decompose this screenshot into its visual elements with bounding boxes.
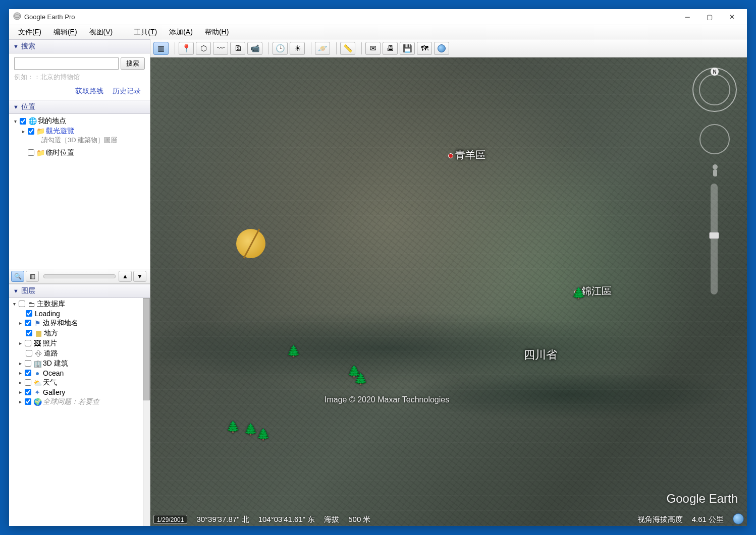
historical-imagery-button[interactable]: 🕒 (273, 42, 288, 55)
menu-tools[interactable]: 工具(T) (128, 26, 163, 39)
tree-row-global-issues[interactable]: ▸ 🌍 全球问题：若要查 (11, 397, 148, 407)
add-image-overlay-button[interactable]: 🖻 (230, 42, 245, 55)
panel-view-button[interactable]: ▥ (26, 271, 39, 282)
map-viewport[interactable]: 青羊區 錦江區 四川省 🌲 🌲 🌲 🌲 🌲 🌲 🌲 Image © 2020 M… (150, 57, 747, 526)
expand-arrow-icon[interactable]: ▸ (17, 399, 23, 404)
expand-arrow-icon[interactable]: ▸ (17, 320, 23, 326)
checkbox-borders[interactable] (25, 320, 31, 326)
tree-poi-icon[interactable]: 🌲 (572, 287, 585, 300)
menu-add[interactable]: 添加(A) (163, 26, 199, 39)
ruler-button[interactable]: 📏 (340, 42, 355, 55)
compass-north-icon[interactable]: N (711, 68, 719, 76)
tree-poi-icon[interactable]: 🌲 (256, 428, 270, 441)
window-minimize-button[interactable]: ─ (676, 13, 698, 21)
search-places-button[interactable]: 🔍 (11, 271, 24, 282)
pan-control[interactable] (699, 124, 730, 154)
add-polygon-button[interactable]: ⬡ (196, 42, 211, 55)
checkbox-global-issues[interactable] (25, 398, 31, 405)
tree-poi-icon[interactable]: 🌲 (287, 345, 300, 358)
expand-arrow-icon[interactable]: ▸ (17, 340, 23, 346)
print-button[interactable]: 🖶 (383, 42, 398, 55)
move-down-button[interactable]: ▼ (133, 271, 146, 282)
window-close-button[interactable]: ✕ (721, 13, 743, 21)
tree-row-borders[interactable]: ▸ ⚑ 边界和地名 (11, 318, 148, 328)
checkbox-photos[interactable] (25, 340, 31, 346)
zoom-thumb[interactable] (709, 232, 719, 239)
search-button[interactable]: 搜索 (121, 57, 145, 70)
expand-arrow-icon[interactable]: ▸ (17, 380, 23, 385)
checkbox-my-places[interactable] (20, 118, 26, 125)
map-label-qingyang[interactable]: 青羊區 (448, 148, 485, 162)
menu-file[interactable]: 文件(F) (12, 26, 47, 39)
history-link[interactable]: 历史记录 (113, 87, 141, 96)
triangle-down-icon: ▼ (13, 288, 19, 294)
compass-control[interactable]: N (692, 68, 737, 112)
add-placemark-button[interactable]: 📍 (179, 42, 194, 55)
expand-arrow-icon[interactable]: ▾ (11, 301, 17, 307)
menu-edit[interactable]: 编辑(E) (47, 26, 83, 39)
tree-row-3d-buildings[interactable]: ▸ 🏢 3D 建筑 (11, 359, 148, 369)
move-up-button[interactable]: ▲ (119, 271, 132, 282)
planet-button[interactable]: 🪐 (315, 42, 330, 55)
tree-row-photos[interactable]: ▸ 🖼 照片 (11, 338, 148, 348)
checkbox-3d-buildings[interactable] (25, 360, 31, 367)
globe-reset-button[interactable] (434, 42, 449, 55)
opacity-slider[interactable] (43, 274, 116, 278)
email-button[interactable]: ✉ (365, 42, 381, 55)
tree-row-roads[interactable]: ⛗ 道路 (11, 348, 148, 359)
tree-row-ocean[interactable]: ▸ ● Ocean (11, 369, 148, 378)
sunlight-button[interactable]: ☀ (290, 42, 305, 55)
get-directions-link[interactable]: 获取路线 (75, 87, 103, 96)
checkbox-roads[interactable] (26, 350, 32, 356)
tree-row-primary-db[interactable]: ▾ 🗀 主数据库 (11, 299, 148, 309)
view-in-maps-button[interactable]: 🗺 (417, 42, 432, 55)
layers-scrollbar[interactable] (143, 298, 150, 526)
layers-panel-header[interactable]: ▼ 图层 (9, 284, 150, 298)
folder-icon: 📁 (36, 149, 45, 157)
places-panel-header[interactable]: ▼ 位置 (9, 100, 150, 114)
menu-view[interactable]: 视图(V) (83, 26, 119, 39)
tree-row-temp-places[interactable]: 📁 临时位置 (12, 148, 147, 158)
add-path-button[interactable]: 〰 (213, 42, 228, 55)
tree-row-places-layer[interactable]: ▦ 地方 (11, 328, 148, 338)
tree-row-gallery[interactable]: ▸ ✦ Gallery (11, 388, 148, 397)
photo-icon: 🖼 (33, 339, 42, 347)
tree-poi-icon[interactable]: 🌲 (244, 423, 257, 436)
tree-row-sightseeing[interactable]: ▸ 📁 觀光遊覽 (12, 126, 147, 136)
checkbox-sightseeing[interactable] (28, 128, 34, 135)
road-icon: ⛗ (34, 349, 43, 358)
checkbox-primary-db[interactable] (19, 301, 25, 307)
window-maximize-button[interactable]: ▢ (698, 13, 721, 21)
expand-arrow-icon[interactable]: ▾ (12, 118, 18, 124)
search-panel: 搜索 例如：：北京的博物馆 获取路线 历史记录 (9, 53, 150, 100)
expand-arrow-icon[interactable]: ▸ (17, 361, 23, 366)
expand-arrow-icon[interactable]: ▸ (17, 370, 23, 376)
google-earth-logo: Google Earth (667, 492, 738, 506)
tree-poi-icon[interactable]: 🌲 (347, 365, 361, 378)
menu-help[interactable]: 帮助(H) (199, 26, 235, 39)
record-tour-button[interactable]: 📹 (247, 42, 262, 55)
imagery-date[interactable]: 1/29/2001 (153, 515, 187, 524)
zoom-slider[interactable] (711, 184, 718, 294)
search-panel-header[interactable]: ▼ 搜索 (9, 39, 150, 53)
checkbox-places-layer[interactable] (26, 330, 32, 336)
checkbox-ocean[interactable] (25, 370, 31, 376)
stream-progress-icon (733, 513, 744, 526)
checkbox-temp-places[interactable] (28, 149, 34, 156)
tree-row-loading[interactable]: Loading (11, 309, 148, 318)
streetview-pegman[interactable] (709, 163, 722, 179)
tree-row-weather[interactable]: ▸ ⛅ 天气 (11, 378, 148, 388)
status-eye-altitude: 4.61 公里 (692, 515, 724, 524)
tree-poi-icon[interactable]: 🌲 (226, 421, 240, 434)
checkbox-weather[interactable] (25, 379, 31, 386)
checkbox-loading[interactable] (26, 310, 32, 317)
search-input[interactable] (14, 57, 119, 70)
tree-row-my-places[interactable]: ▾ 🌐 我的地点 (12, 116, 147, 126)
status-bar: 1/29/2001 30°39'37.87" 北 104°03'41.61" 东… (150, 513, 747, 526)
expand-arrow-icon[interactable]: ▸ (20, 129, 26, 134)
places-toolbar: 🔍 ▥ ▲ ▼ (9, 269, 150, 284)
save-image-button[interactable]: 💾 (400, 42, 415, 55)
sidebar-toggle-button[interactable]: ▥ (153, 42, 169, 55)
checkbox-gallery[interactable] (25, 389, 31, 395)
expand-arrow-icon[interactable]: ▸ (17, 389, 23, 395)
